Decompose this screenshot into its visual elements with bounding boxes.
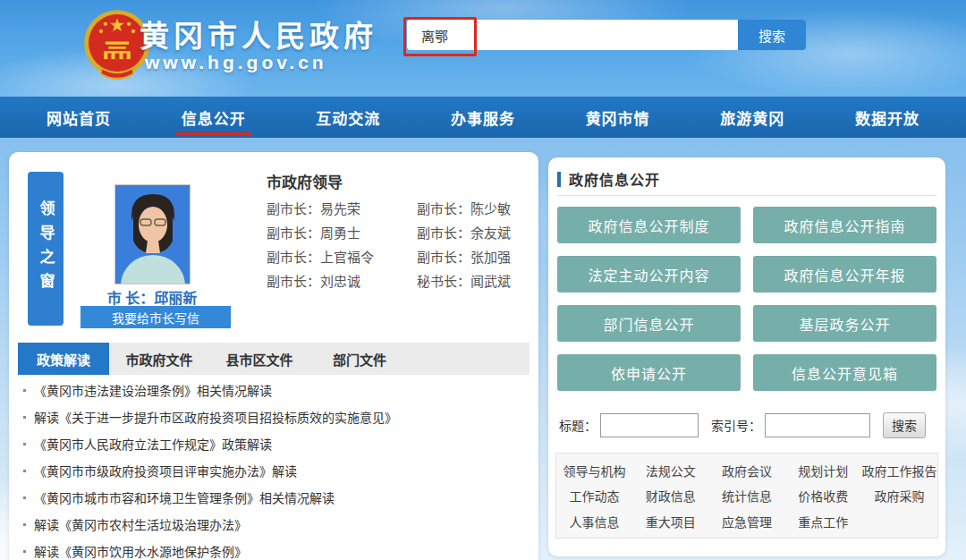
btn-grassroots-disclosure[interactable]: 基层政务公开: [753, 305, 936, 342]
nav-item-tourism[interactable]: 旅游黄冈: [720, 97, 784, 138]
leader-entry[interactable]: 副市长：易先荣: [267, 201, 417, 216]
leader-entry[interactable]: 秘书长：闻武斌: [417, 274, 535, 289]
leader-and-policy-card: 领导之窗 市 长：邱丽新 我要给市长写信 市政府领导 副市长：易先荣 副市长：陈…: [9, 152, 538, 560]
list-item[interactable]: 《黄冈市城市市容和环境卫生管理条例》相关情况解读: [21, 490, 533, 506]
quick-link[interactable]: 领导与机构: [564, 462, 626, 479]
quick-link[interactable]: 人事信息: [570, 513, 620, 530]
mayor-name-link[interactable]: 市 长：邱丽新: [63, 286, 242, 308]
leader-entry[interactable]: 副市长：张加强: [417, 250, 535, 265]
gov-leaders-list: 副市长：易先荣 副市长：陈少敏 副市长：周勇士 副市长：余友斌 副市长：上官福令…: [267, 201, 535, 289]
list-item[interactable]: 解读《关于进一步提升市区政府投资项目招投标质效的实施意见》: [21, 410, 533, 426]
btn-annual-report[interactable]: 政府信息公开年报: [753, 256, 936, 293]
btn-disclosure-on-request[interactable]: 依申请公开: [557, 354, 741, 391]
btn-department-disclosure[interactable]: 部门信息公开: [557, 305, 741, 342]
leader-entry[interactable]: 副市长：周勇士: [267, 225, 417, 241]
list-item[interactable]: 《黄冈市市级政府投资项目评审实施办法》解读: [21, 463, 533, 479]
tab-policy-interpretation[interactable]: 政策解读: [18, 343, 109, 375]
panel-title: 政府信息公开: [569, 168, 660, 190]
nav-item-interaction[interactable]: 互动交流: [316, 97, 380, 138]
title-search-input[interactable]: [600, 413, 699, 437]
header-search-input[interactable]: [407, 20, 738, 50]
info-disclosure-buttons: 政府信息公开制度 政府信息公开指南 法定主动公开内容 政府信息公开年报 部门信息…: [557, 207, 936, 391]
header-search-button[interactable]: 搜索: [738, 20, 806, 50]
site-url: www.hg.gov.cn: [145, 52, 327, 73]
leader-entry[interactable]: 副市长：刘忠诚: [267, 274, 417, 289]
quick-link[interactable]: 政府工作报告: [861, 462, 936, 479]
tab-city-gov-documents[interactable]: 市政府文件: [109, 343, 209, 375]
quick-link[interactable]: 重大项目: [646, 513, 696, 530]
document-search-form: 标题： 索引号： 搜索: [559, 412, 938, 438]
title-field-label: 标题：: [559, 416, 597, 434]
quick-link[interactable]: 工作动态: [570, 487, 620, 505]
page: 黄冈市人民政府 www.hg.gov.cn 搜索 网站首页 信息公开 互动交流 …: [0, 0, 966, 560]
index-number-input[interactable]: [765, 413, 870, 437]
nav-item-city-profile[interactable]: 黄冈市情: [586, 97, 650, 138]
quick-links-panel: 领导与机构 法规公文 政府会议 规划计划 政府工作报告 工作动态 财政信息 统计…: [555, 453, 938, 539]
leader-entry[interactable]: 副市长：陈少敏: [417, 201, 535, 216]
document-tab-bar: 政策解读 市政府文件 县市区文件 部门文件: [18, 343, 530, 375]
panel-title-row: 政府信息公开: [557, 168, 660, 190]
quick-link[interactable]: 应急管理: [722, 513, 772, 530]
nav-item-home[interactable]: 网站首页: [47, 97, 111, 138]
btn-suggestion-box[interactable]: 信息公开意见箱: [753, 354, 936, 391]
list-item[interactable]: 《黄冈市人民政府立法工作规定》政策解读: [21, 437, 533, 453]
gov-leaders-heading: 市政府领导: [267, 170, 343, 192]
quick-link[interactable]: 法规公文: [646, 462, 696, 479]
mayor-portrait-photo[interactable]: [114, 184, 191, 284]
quick-link[interactable]: 规划计划: [798, 462, 848, 479]
quick-link[interactable]: 重点工作: [798, 513, 848, 530]
site-header: 黄冈市人民政府 www.hg.gov.cn 搜索: [0, 0, 966, 97]
nav-item-open-data[interactable]: 数据开放: [855, 97, 919, 138]
quick-link[interactable]: 统计信息: [722, 487, 772, 505]
panel-search-button[interactable]: 搜索: [883, 412, 926, 438]
tab-county-documents[interactable]: 县市区文件: [209, 343, 309, 375]
quick-link[interactable]: 政府会议: [722, 462, 772, 479]
write-to-mayor-button[interactable]: 我要给市长写信: [80, 306, 231, 328]
title-accent-bar: [557, 172, 561, 187]
divider: [557, 195, 936, 196]
list-item[interactable]: 解读《黄冈市饮用水水源地保护条例》: [21, 544, 533, 560]
site-title: 黄冈市人民政府: [140, 13, 377, 55]
nav-item-services[interactable]: 办事服务: [451, 97, 515, 138]
gov-info-disclosure-card: 政府信息公开 政府信息公开制度 政府信息公开指南 法定主动公开内容 政府信息公开…: [548, 157, 945, 556]
nav-item-info-disclosure[interactable]: 信息公开: [182, 97, 246, 138]
btn-disclosure-guide[interactable]: 政府信息公开指南: [753, 207, 936, 243]
btn-disclosure-system[interactable]: 政府信息公开制度: [557, 207, 741, 243]
leader-window-tab[interactable]: 领导之窗: [28, 172, 64, 326]
quick-link[interactable]: 政府采购: [874, 487, 924, 505]
btn-statutory-content[interactable]: 法定主动公开内容: [557, 256, 741, 293]
leader-entry[interactable]: 副市长：余友斌: [417, 225, 535, 241]
mayor-portrait-image: [115, 185, 191, 284]
list-item[interactable]: 《黄冈市违法建设治理条例》相关情况解读: [21, 383, 533, 399]
quick-link[interactable]: 价格收费: [798, 487, 848, 505]
leader-entry[interactable]: 副市长：上官福令: [267, 250, 417, 265]
policy-interpretation-list: 《黄冈市违法建设治理条例》相关情况解读 解读《关于进一步提升市区政府投资项目招投…: [21, 383, 533, 560]
list-item[interactable]: 解读《黄冈市农村生活垃圾治理办法》: [21, 517, 533, 533]
tab-department-documents[interactable]: 部门文件: [309, 343, 410, 375]
index-field-label: 索引号：: [711, 416, 761, 434]
quick-link[interactable]: 财政信息: [646, 487, 696, 505]
main-nav: 网站首页 信息公开 互动交流 办事服务 黄冈市情 旅游黄冈 数据开放: [0, 97, 966, 138]
